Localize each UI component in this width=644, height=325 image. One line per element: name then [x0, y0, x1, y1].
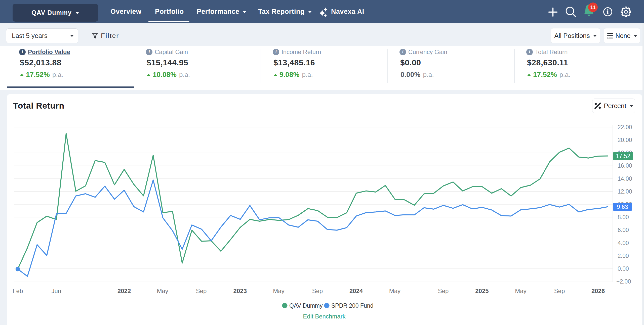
svg-text:0.00: 0.00 [618, 265, 629, 272]
svg-text:May: May [389, 288, 400, 294]
svg-text:QAV Dummy: QAV Dummy [289, 302, 323, 309]
svg-text:SPDR 200 Fund: SPDR 200 Fund [331, 302, 373, 309]
svg-text:Sep: Sep [554, 288, 565, 294]
svg-text:Jun: Jun [51, 288, 61, 294]
svg-text:9.63: 9.63 [617, 204, 628, 210]
svg-text:2.00: 2.00 [618, 253, 629, 259]
svg-text:17.52: 17.52 [616, 153, 630, 159]
svg-text:2025: 2025 [475, 288, 489, 294]
svg-text:2024: 2024 [349, 288, 363, 294]
svg-text:Feb: Feb [13, 288, 23, 294]
svg-text:22.00: 22.00 [618, 124, 632, 130]
svg-text:−2.00: −2.00 [616, 278, 631, 285]
svg-text:May: May [157, 288, 168, 294]
svg-text:Edit Benchmark: Edit Benchmark [303, 313, 346, 320]
svg-text:14.00: 14.00 [618, 175, 632, 182]
svg-text:12.00: 12.00 [618, 188, 632, 195]
svg-text:2023: 2023 [233, 288, 247, 294]
svg-text:6.00: 6.00 [618, 227, 629, 233]
svg-text:2026: 2026 [591, 288, 605, 294]
svg-text:8.00: 8.00 [618, 214, 629, 220]
svg-text:Sep: Sep [438, 288, 449, 294]
svg-text:Sep: Sep [312, 288, 323, 294]
svg-text:4.00: 4.00 [618, 240, 629, 246]
svg-text:11: 11 [590, 5, 595, 10]
svg-text:Sep: Sep [196, 288, 207, 294]
svg-text:May: May [515, 288, 526, 294]
svg-text:2022: 2022 [117, 288, 131, 294]
svg-text:20.00: 20.00 [618, 137, 632, 143]
svg-text:May: May [273, 288, 284, 294]
svg-text:16.00: 16.00 [618, 162, 632, 169]
